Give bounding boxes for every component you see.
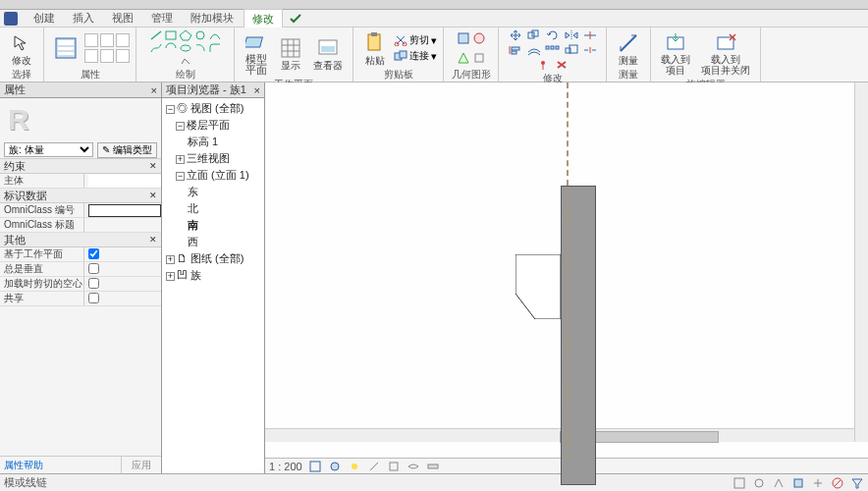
array-tool[interactable] <box>545 44 561 56</box>
svg-line-4 <box>151 31 161 39</box>
mini-btn[interactable] <box>116 49 130 63</box>
tab-manage[interactable]: 管理 <box>143 9 181 27</box>
tree-east[interactable]: 东 <box>164 184 262 200</box>
geom-tool[interactable] <box>457 51 470 65</box>
mirror-tool[interactable] <box>564 29 579 41</box>
move-tool[interactable] <box>508 29 523 41</box>
reveal-icon[interactable] <box>426 461 440 472</box>
scale-tool[interactable] <box>564 44 579 56</box>
tab-create[interactable]: 创建 <box>26 9 63 27</box>
close-icon[interactable]: × <box>151 84 157 96</box>
tree-3dviews[interactable]: +三维视图 <box>164 150 262 167</box>
svg-rect-10 <box>282 39 299 57</box>
arc-tool[interactable] <box>208 29 222 41</box>
tree-west[interactable]: 西 <box>164 234 262 250</box>
mini-btn[interactable] <box>100 33 114 47</box>
drawing-canvas[interactable] <box>265 82 868 458</box>
tab-insert[interactable]: 插入 <box>65 9 102 27</box>
viewer-button[interactable]: 查看器 <box>309 35 347 72</box>
show-plane-button[interactable]: 显示 <box>275 35 306 72</box>
arc2-tool[interactable] <box>164 42 178 54</box>
sun-icon[interactable] <box>348 461 361 472</box>
copy-tool[interactable] <box>526 29 542 41</box>
spline-tool[interactable] <box>149 42 163 54</box>
status-icon[interactable] <box>752 476 766 490</box>
tree-floorplans[interactable]: −楼层平面 <box>164 117 262 134</box>
offset-tool[interactable] <box>526 44 542 56</box>
filter-icon[interactable] <box>850 476 864 490</box>
status-icon[interactable] <box>811 476 825 490</box>
circle-tool[interactable] <box>193 29 207 41</box>
scale-control[interactable]: 1 : 200 <box>269 461 302 472</box>
host-value[interactable] <box>88 175 161 188</box>
finish-icon[interactable] <box>289 12 302 26</box>
line-tool[interactable] <box>149 29 163 41</box>
trim-tool[interactable] <box>582 29 598 41</box>
other-header[interactable]: 其他✕ <box>0 233 161 247</box>
geom-tool[interactable] <box>472 51 486 65</box>
cut-void-check[interactable] <box>88 278 99 289</box>
workplane-based-check[interactable] <box>88 248 99 259</box>
tab-view[interactable]: 视图 <box>104 9 141 27</box>
measure-button[interactable]: 测量 <box>613 30 644 67</box>
tree-elevations[interactable]: −立面 (立面 1) <box>164 167 262 184</box>
load-close-button[interactable]: 载入到 项目并关闭 <box>697 29 754 77</box>
tree-views[interactable]: −◎ 视图 (全部) <box>164 100 262 117</box>
paste-button[interactable]: 粘贴 <box>359 30 391 67</box>
poly-tool[interactable] <box>179 29 192 41</box>
visual-style-icon[interactable] <box>328 461 342 472</box>
geom-tool[interactable] <box>457 31 470 45</box>
ident-header[interactable]: 标识数据✕ <box>0 189 161 203</box>
apply-button[interactable]: 应用 <box>121 457 161 473</box>
detail-level-icon[interactable] <box>308 461 322 472</box>
load-project-button[interactable]: 载入到 项目 <box>657 29 694 77</box>
status-icon[interactable] <box>791 476 805 490</box>
fillet-tool[interactable] <box>208 42 222 54</box>
rect-tool[interactable] <box>164 29 178 41</box>
profile-shape[interactable] <box>515 254 561 319</box>
omni-num-value[interactable] <box>88 204 161 217</box>
delete-tool[interactable] <box>554 59 570 71</box>
tree-north[interactable]: 北 <box>164 200 262 217</box>
constraints-header[interactable]: 约束✕ <box>0 159 161 174</box>
tab-addins[interactable]: 附加模块 <box>183 9 242 27</box>
set-plane-button[interactable]: 模型平面 <box>241 29 272 77</box>
svg-rect-32 <box>512 47 519 50</box>
split-tool[interactable] <box>582 44 598 56</box>
ellipse-tool[interactable] <box>179 42 192 54</box>
shadow-icon[interactable] <box>367 461 381 472</box>
app-button[interactable] <box>4 12 18 26</box>
arc3-tool[interactable] <box>193 42 207 54</box>
properties-button[interactable] <box>50 35 81 61</box>
tree-sheets[interactable]: +🗋 图纸 (全部) <box>164 250 262 267</box>
tab-modify[interactable]: 修改 <box>244 9 283 28</box>
hide-icon[interactable] <box>407 461 420 472</box>
rotate-tool[interactable] <box>545 29 561 41</box>
status-icon[interactable] <box>772 476 786 490</box>
horizontal-scrollbar[interactable] <box>265 428 854 442</box>
family-type-select[interactable]: 族: 体量 <box>4 142 93 157</box>
properties-help-link[interactable]: 属性帮助 <box>0 457 121 473</box>
mini-btn[interactable] <box>100 49 114 63</box>
crop-icon[interactable] <box>387 461 401 472</box>
tree-level1[interactable]: 标高 1 <box>164 134 262 150</box>
mini-btn[interactable] <box>84 49 98 63</box>
shared-check[interactable] <box>88 293 99 303</box>
status-icon[interactable] <box>732 476 746 490</box>
vertical-scrollbar[interactable] <box>854 82 868 442</box>
tree-families[interactable]: +凹 族 <box>164 267 262 284</box>
cut-button[interactable]: 剪切 ▾ <box>394 33 437 47</box>
align-tool[interactable] <box>508 44 523 56</box>
mini-btn[interactable] <box>116 33 130 47</box>
geom-tool[interactable] <box>472 31 486 45</box>
mini-btn[interactable] <box>84 33 98 47</box>
close-icon[interactable]: × <box>254 84 260 96</box>
pin-tool[interactable] <box>535 59 551 71</box>
status-icon[interactable] <box>831 476 844 490</box>
always-vertical-check[interactable] <box>88 263 99 274</box>
pick-tool[interactable] <box>179 55 192 67</box>
join-button[interactable]: 连接 ▾ <box>394 49 437 63</box>
edit-type-button[interactable]: ✎ 编辑类型 <box>97 142 157 158</box>
modify-button[interactable]: 修改 <box>6 30 37 67</box>
tree-south[interactable]: 南 <box>164 217 262 234</box>
